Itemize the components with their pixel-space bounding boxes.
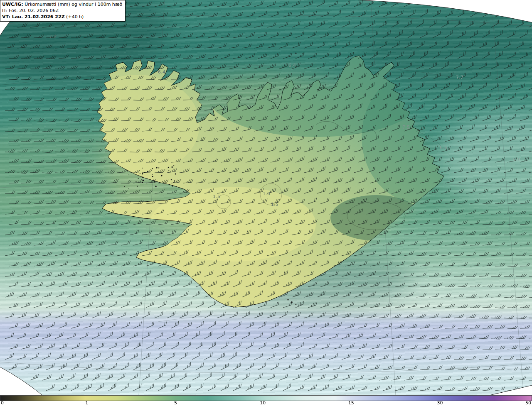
weather-map-page: 7.26.46.47.77.56.65.01.51.01.52.5 UWC/IG… xyxy=(0,0,532,406)
map-title: Úrkomumætti (mm) og vindur í 100m hæð xyxy=(25,2,122,7)
map-title-line: UWC/IG: Úrkomumætti (mm) og vindur í 100… xyxy=(2,1,122,7)
map-canvas xyxy=(0,0,532,395)
valid-time: VT: Lau. 21.02.2026 22Z xyxy=(2,14,65,20)
colorbar-tick-label: 15 xyxy=(348,401,354,406)
forecast-info-box: UWC/IG: Úrkomumætti (mm) og vindur í 100… xyxy=(0,0,126,22)
colorbar-tick-label: 5 xyxy=(174,401,177,406)
colorbar-tick-label: 50 xyxy=(525,401,531,406)
colorbar-tick-label: 1 xyxy=(85,401,88,406)
valid-offset: (+40 h) xyxy=(65,14,84,20)
colorbar-tick-labels: 01510153050 xyxy=(0,401,532,406)
colorbar-tick-label: 30 xyxy=(437,401,443,406)
model-label: UWC/IG: xyxy=(2,2,23,7)
precipitation-colorbar: 01510153050 xyxy=(0,395,532,406)
valid-time-line: VT: Lau. 21.02.2026 22Z (+40 h) xyxy=(2,14,122,20)
colorbar-tick-label: 10 xyxy=(260,401,266,406)
colorbar-gradient xyxy=(0,395,532,401)
init-time-line: IT: Fös. 20. 02. 2026 06Z xyxy=(2,7,122,14)
map-area: 7.26.46.47.77.56.65.01.51.01.52.5 UWC/IG… xyxy=(0,0,532,395)
colorbar-tick-label: 0 xyxy=(1,401,4,406)
